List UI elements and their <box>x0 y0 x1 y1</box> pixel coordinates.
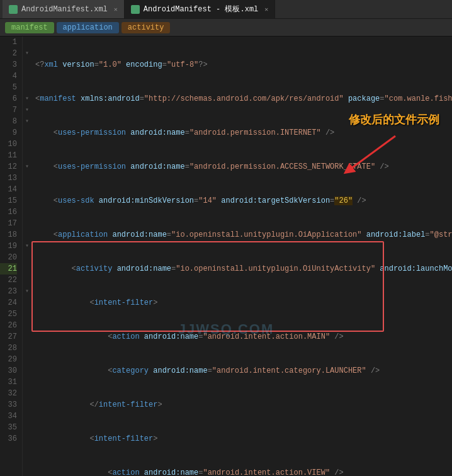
ln-30: 30 <box>0 365 17 377</box>
fg-27 <box>23 331 31 343</box>
fg-32 <box>23 388 31 399</box>
ln-23: 23 <box>0 286 17 297</box>
ln-28: 28 <box>0 343 17 354</box>
fg-33 <box>23 399 31 411</box>
line-numbers: 1 2 3 4 5 6 7 8 9 10 11 12 13 14 15 16 1… <box>0 37 23 476</box>
fg-13 <box>23 173 31 184</box>
ln-26: 26 <box>0 320 17 331</box>
fg-5 <box>23 82 31 93</box>
ln-6: 6 <box>0 93 17 105</box>
fg-17 <box>23 218 31 229</box>
ln-36: 36 <box>0 433 17 445</box>
breadcrumb-activity[interactable]: activity <box>121 22 171 33</box>
tab-label-2: AndroidManifest - 模板.xml <box>144 4 258 14</box>
fg-18 <box>23 229 31 241</box>
fg-19: ▾ <box>23 241 31 252</box>
code-line-7: <activity android:name="io.openinstall.u… <box>35 263 452 275</box>
fg-10 <box>23 139 31 150</box>
ln-35: 35 <box>0 422 17 433</box>
ln-25: 25 <box>0 309 17 320</box>
ln-32: 32 <box>0 388 17 399</box>
ln-15: 15 <box>0 195 17 207</box>
code-line-6: <application android:name="io.openinstal… <box>35 229 452 241</box>
code-line-9: <action android:name="android.intent.act… <box>35 331 452 343</box>
ln-9: 9 <box>0 127 17 139</box>
fold-gutter: ▾ ▾ ▾ ▾ ▾ ▾ ▾ <box>23 37 31 476</box>
xml-file-icon <box>9 5 18 14</box>
ln-5: 5 <box>0 82 17 93</box>
path-bar: manifest application activity <box>0 19 452 37</box>
ln-8: 8 <box>0 116 17 127</box>
fg-23: ▾ <box>23 286 31 297</box>
fg-16 <box>23 207 31 218</box>
code-line-11: </intent-filter> <box>35 399 452 411</box>
ln-31: 31 <box>0 377 17 388</box>
ln-27: 27 <box>0 331 17 343</box>
ln-13: 13 <box>0 173 17 184</box>
fg-35 <box>23 422 31 433</box>
fg-21 <box>23 263 31 275</box>
fg-29 <box>23 354 31 365</box>
ln-17: 17 <box>0 218 17 229</box>
fg-4 <box>23 71 31 82</box>
ln-29: 29 <box>0 354 17 365</box>
ln-33: 33 <box>0 399 17 411</box>
ln-4: 4 <box>0 71 17 82</box>
fg-1 <box>23 37 31 48</box>
code-line-5: <uses-sdk android:minSdkVersion="14" and… <box>35 195 452 207</box>
tab-label-1: AndroidManifest.xml <box>21 5 108 14</box>
fg-2: ▾ <box>23 48 31 59</box>
title-bar: AndroidManifest.xml ✕ AndroidManifest - … <box>0 0 452 19</box>
fg-36 <box>23 433 31 445</box>
code-line-2: <manifest xmlns:android="http://schemas.… <box>35 93 452 105</box>
xml-file-icon-2 <box>131 5 140 14</box>
fg-8: ▾ <box>23 116 31 127</box>
fg-11 <box>23 150 31 161</box>
tab-close-1[interactable]: ✕ <box>114 6 118 13</box>
fg-25 <box>23 309 31 320</box>
fg-9 <box>23 127 31 139</box>
fg-26 <box>23 320 31 331</box>
code-line-3: <uses-permission android:name="android.p… <box>35 127 452 139</box>
ln-24: 24 <box>0 297 17 309</box>
fg-6: ▾ <box>23 93 31 105</box>
code-line-8: <intent-filter> <box>35 297 452 309</box>
fg-30 <box>23 365 31 377</box>
ln-10: 10 <box>0 139 17 150</box>
breadcrumb-manifest[interactable]: manifest <box>5 22 54 33</box>
code-line-1: <?xml version="1.0" encoding="utf-8"?> <box>35 59 452 71</box>
code-line-13: <action android:name="android.intent.act… <box>35 467 452 476</box>
fg-15 <box>23 195 31 207</box>
ln-20: 20 <box>0 252 17 263</box>
code-editor[interactable]: <?xml version="1.0" encoding="utf-8"?> <… <box>31 37 452 476</box>
fg-3 <box>23 59 31 71</box>
fg-14 <box>23 184 31 195</box>
fg-34 <box>23 411 31 422</box>
fg-24 <box>23 297 31 309</box>
ln-1: 1 <box>0 37 17 48</box>
fg-20 <box>23 252 31 263</box>
editor-area: 1 2 3 4 5 6 7 8 9 10 11 12 13 14 15 16 1… <box>0 37 452 476</box>
breadcrumb-application[interactable]: application <box>57 22 119 33</box>
tab-androidmanifest-template[interactable]: AndroidManifest - 模板.xml ✕ <box>125 0 275 18</box>
code-line-10: <category android:name="android.intent.c… <box>35 365 452 377</box>
ln-21: 21 <box>0 263 17 275</box>
ln-34: 34 <box>0 411 17 422</box>
ln-12: 12 <box>0 161 17 173</box>
fg-28 <box>23 343 31 354</box>
fg-12: ▾ <box>23 161 31 173</box>
fg-7: ▾ <box>23 105 31 116</box>
ln-22: 22 <box>0 275 17 286</box>
tab-close-2[interactable]: ✕ <box>264 6 268 13</box>
ln-14: 14 <box>0 184 17 195</box>
fg-22 <box>23 275 31 286</box>
ln-18: 18 <box>0 229 17 241</box>
tab-androidmanifest[interactable]: AndroidManifest.xml ✕ <box>3 0 125 18</box>
ln-3: 3 <box>0 59 17 71</box>
code-line-12: <intent-filter> <box>35 433 452 445</box>
ln-2: 2 <box>0 48 17 59</box>
fg-31 <box>23 377 31 388</box>
ln-11: 11 <box>0 150 17 161</box>
ln-7: 7 <box>0 105 17 116</box>
ln-19: 19 <box>0 241 17 252</box>
